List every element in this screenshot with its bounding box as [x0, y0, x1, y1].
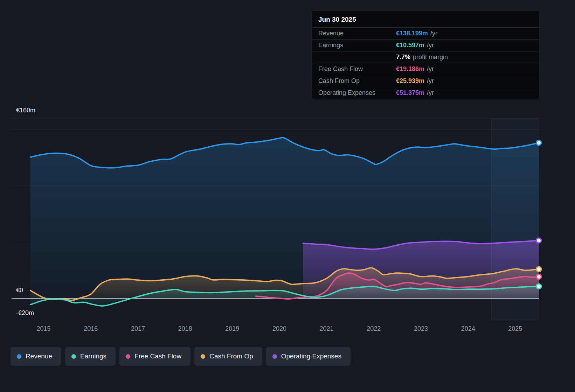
tooltip-row-operating-expenses: Operating Expenses€51.375m/yr — [312, 87, 539, 99]
series-area-revenue — [30, 138, 539, 298]
tooltip-row-value: 7.7% — [396, 54, 410, 61]
tooltip-row-label: Operating Expenses — [318, 89, 396, 97]
chart-tooltip: Jun 30 2025 Revenue€138.199m/yrEarnings€… — [312, 10, 539, 99]
tooltip-row-suffix: /yr — [427, 89, 434, 97]
legend-label: Earnings — [80, 352, 106, 360]
x-axis-label-2021: 2021 — [320, 325, 334, 332]
highlight-band — [492, 118, 539, 321]
x-axis-label-2015: 2015 — [37, 325, 51, 332]
series-end-marker-free-cash-flow — [536, 274, 541, 279]
y-axis-label-20m: -€20m — [16, 309, 34, 317]
tooltip-rows: Revenue€138.199m/yrEarnings€10.597m/yr7.… — [312, 27, 539, 99]
series-end-marker-revenue — [536, 140, 541, 145]
legend-item-operating-expenses[interactable]: Operating Expenses — [266, 347, 351, 366]
x-axis-label-2016: 2016 — [84, 325, 98, 332]
legend-dot-cash-from-op — [201, 354, 205, 359]
series-end-marker-earnings — [536, 284, 541, 289]
tooltip-row-suffix: /yr — [427, 42, 434, 49]
legend-label: Cash From Op — [209, 352, 253, 360]
legend-item-free-cash-flow[interactable]: Free Cash Flow — [119, 347, 190, 366]
legend-label: Operating Expenses — [281, 352, 341, 360]
tooltip-row-suffix: /yr — [427, 77, 434, 85]
series-line-revenue — [30, 138, 539, 168]
series-line-operating-expenses — [303, 240, 539, 249]
legend-item-earnings[interactable]: Earnings — [65, 347, 116, 366]
series-line-earnings — [30, 286, 539, 306]
tooltip-row-cash-from-op: Cash From Op€25.939m/yr — [312, 75, 539, 87]
legend-item-revenue[interactable]: Revenue — [11, 347, 61, 366]
tooltip-row-suffix: /yr — [430, 30, 437, 37]
x-axis-label-2024: 2024 — [461, 325, 475, 332]
tooltip-row-label: Cash From Op — [318, 77, 396, 85]
tooltip-row-suffix: /yr — [427, 65, 434, 73]
series-line-cash-from-op — [30, 268, 539, 300]
legend-dot-revenue — [17, 354, 21, 359]
legend-dot-free-cash-flow — [126, 354, 130, 359]
tooltip-row-label: Free Cash Flow — [318, 65, 396, 73]
y-axis-label-160m: €160m — [16, 107, 35, 114]
tooltip-row-earnings: Earnings€10.597m/yr — [312, 39, 539, 51]
tooltip-row-value: €19.186m — [396, 65, 424, 73]
x-axis-label-2025: 2025 — [508, 325, 522, 332]
tooltip-row-value: €51.375m — [396, 89, 424, 97]
series-area-free-cash-flow — [256, 273, 539, 299]
tooltip-row-suffix: profit margin — [413, 54, 448, 61]
legend-label: Revenue — [26, 352, 52, 360]
series-end-marker-cash-from-op — [536, 267, 541, 272]
series-line-free-cash-flow — [256, 273, 539, 299]
tooltip-row-value: €25.939m — [396, 77, 424, 85]
x-axis-label-2023: 2023 — [414, 325, 428, 332]
legend-label: Free Cash Flow — [134, 352, 181, 360]
tooltip-row-label: Earnings — [318, 42, 396, 49]
y-axis-label-0: €0 — [16, 287, 23, 294]
x-axis-label-2019: 2019 — [225, 325, 239, 332]
chart-legend: RevenueEarningsFree Cash FlowCash From O… — [11, 347, 351, 366]
tooltip-row-label: Revenue — [318, 30, 396, 37]
legend-dot-earnings — [71, 354, 76, 359]
tooltip-row-revenue: Revenue€138.199m/yr — [312, 27, 539, 39]
x-axis-label-2020: 2020 — [272, 325, 286, 332]
x-axis-label-2017: 2017 — [131, 325, 145, 332]
tooltip-row-value: €138.199m — [396, 30, 428, 37]
tooltip-row-free-cash-flow: Free Cash Flow€19.186m/yr — [312, 63, 539, 75]
series-end-marker-operating-expenses — [536, 238, 541, 243]
series-area-cash-from-op — [30, 268, 539, 300]
tooltip-row-profit-margin: 7.7%profit margin — [312, 51, 539, 63]
tooltip-row-value: €10.597m — [396, 42, 424, 49]
series-area-operating-expenses — [303, 240, 539, 298]
series-area-earnings — [30, 286, 539, 306]
x-axis-label-2022: 2022 — [367, 325, 381, 332]
tooltip-date: Jun 30 2025 — [312, 11, 539, 27]
legend-item-cash-from-op[interactable]: Cash From Op — [194, 347, 262, 366]
legend-dot-operating-expenses — [272, 354, 277, 359]
x-axis-label-2018: 2018 — [178, 325, 192, 332]
